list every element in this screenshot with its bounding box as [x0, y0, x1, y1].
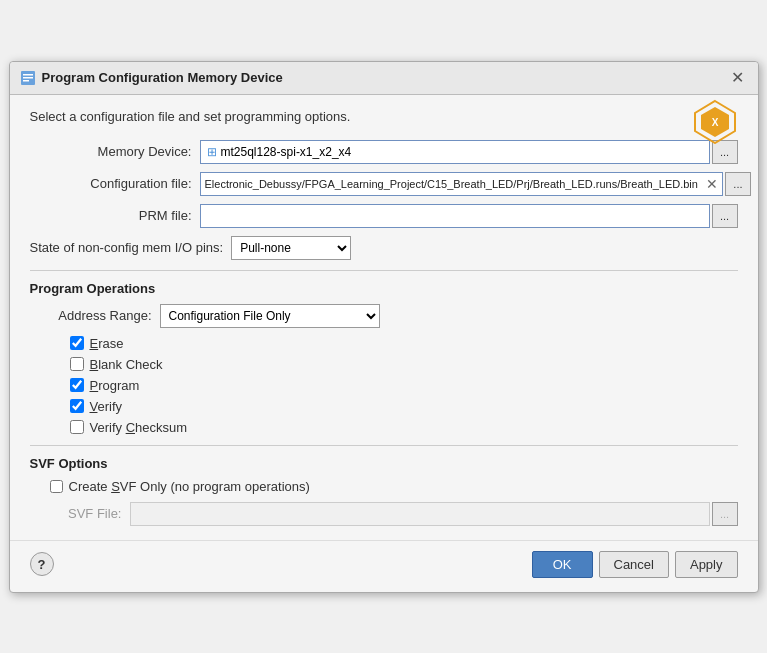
dialog-icon — [20, 70, 36, 86]
memory-device-value: mt25ql128-spi-x1_x2_x4 — [221, 145, 352, 159]
erase-checkbox[interactable] — [70, 336, 84, 350]
address-range-select[interactable]: Configuration File Only Entire Configura… — [160, 304, 380, 328]
svf-options-title: SVF Options — [30, 456, 738, 471]
config-file-label: Configuration file: — [30, 176, 200, 191]
program-operations-title: Program Operations — [30, 281, 738, 296]
header-row: Select a configuration file and set prog… — [30, 109, 738, 124]
svf-file-input-group: ... — [130, 502, 738, 526]
svg-rect-3 — [23, 80, 29, 82]
title-bar-left: Program Configuration Memory Device — [20, 70, 283, 86]
prm-file-label: PRM file: — [30, 208, 200, 223]
close-button[interactable]: ✕ — [728, 68, 748, 88]
create-svf-checkbox[interactable] — [50, 480, 63, 493]
program-config-dialog: Program Configuration Memory Device ✕ Se… — [9, 61, 759, 593]
verify-checksum-label[interactable]: Verify Checksum — [90, 420, 188, 435]
dialog-body: Select a configuration file and set prog… — [10, 95, 758, 540]
verify-checksum-checkbox[interactable] — [70, 420, 84, 434]
verify-checkbox-row: Verify — [70, 399, 738, 414]
cancel-button[interactable]: Cancel — [599, 551, 669, 578]
config-file-display[interactable]: Electronic_Debussy/FPGA_Learning_Project… — [200, 172, 723, 196]
prm-file-row: PRM file: ... — [30, 204, 738, 228]
erase-checkbox-row: Erase — [70, 336, 738, 351]
address-range-row: Address Range: Configuration File Only E… — [50, 304, 738, 328]
config-file-browse-btn[interactable]: ... — [725, 172, 751, 196]
svf-file-row: SVF File: ... — [50, 502, 738, 526]
dialog-title: Program Configuration Memory Device — [42, 70, 283, 85]
svg-rect-2 — [23, 77, 33, 79]
verify-checkbox[interactable] — [70, 399, 84, 413]
state-label: State of non-config mem I/O pins: — [30, 240, 232, 255]
program-label[interactable]: Program — [90, 378, 140, 393]
dialog-subtitle: Select a configuration file and set prog… — [30, 109, 738, 124]
blank-check-checkbox-row: Blank Check — [70, 357, 738, 372]
memory-device-input-group: ⊞ mt25ql128-spi-x1_x2_x4 ... — [200, 140, 738, 164]
state-row: State of non-config mem I/O pins: Pull-n… — [30, 236, 738, 260]
svf-file-input — [130, 502, 710, 526]
program-checkbox[interactable] — [70, 378, 84, 392]
config-file-input-group: Electronic_Debussy/FPGA_Learning_Project… — [200, 172, 751, 196]
dialog-footer: ? OK Cancel Apply — [10, 540, 758, 592]
config-file-value: Electronic_Debussy/FPGA_Learning_Project… — [201, 176, 702, 192]
prm-file-input-group: ... — [200, 204, 738, 228]
prm-file-browse-btn[interactable]: ... — [712, 204, 738, 228]
svf-file-label: SVF File: — [50, 506, 130, 521]
program-checkbox-row: Program — [70, 378, 738, 393]
footer-left: ? — [30, 552, 526, 576]
svg-rect-1 — [23, 74, 33, 76]
xilinx-logo: X — [693, 99, 738, 144]
memory-device-label: Memory Device: — [30, 144, 200, 159]
chip-icon: ⊞ — [207, 145, 217, 159]
config-file-row: Configuration file: Electronic_Debussy/F… — [30, 172, 738, 196]
address-range-label: Address Range: — [50, 308, 160, 323]
blank-check-label[interactable]: Blank Check — [90, 357, 163, 372]
verify-checksum-checkbox-row: Verify Checksum — [70, 420, 738, 435]
memory-device-display: ⊞ mt25ql128-spi-x1_x2_x4 — [200, 140, 710, 164]
svg-text:X: X — [711, 117, 718, 128]
title-bar: Program Configuration Memory Device ✕ — [10, 62, 758, 95]
help-button[interactable]: ? — [30, 552, 54, 576]
verify-label[interactable]: Verify — [90, 399, 123, 414]
ok-button[interactable]: OK — [532, 551, 593, 578]
separator-1 — [30, 270, 738, 271]
create-svf-label[interactable]: Create SVF Only (no program operations) — [69, 479, 310, 494]
prm-file-input[interactable] — [200, 204, 710, 228]
erase-label[interactable]: Erase — [90, 336, 124, 351]
apply-button[interactable]: Apply — [675, 551, 738, 578]
blank-check-checkbox[interactable] — [70, 357, 84, 371]
state-select[interactable]: Pull-none Pull-up Pull-down Float — [231, 236, 351, 260]
svf-file-browse-btn: ... — [712, 502, 738, 526]
memory-device-row: Memory Device: ⊞ mt25ql128-spi-x1_x2_x4 … — [30, 140, 738, 164]
create-svf-row: Create SVF Only (no program operations) — [50, 479, 738, 494]
separator-2 — [30, 445, 738, 446]
config-file-clear-btn[interactable]: ✕ — [702, 172, 722, 196]
